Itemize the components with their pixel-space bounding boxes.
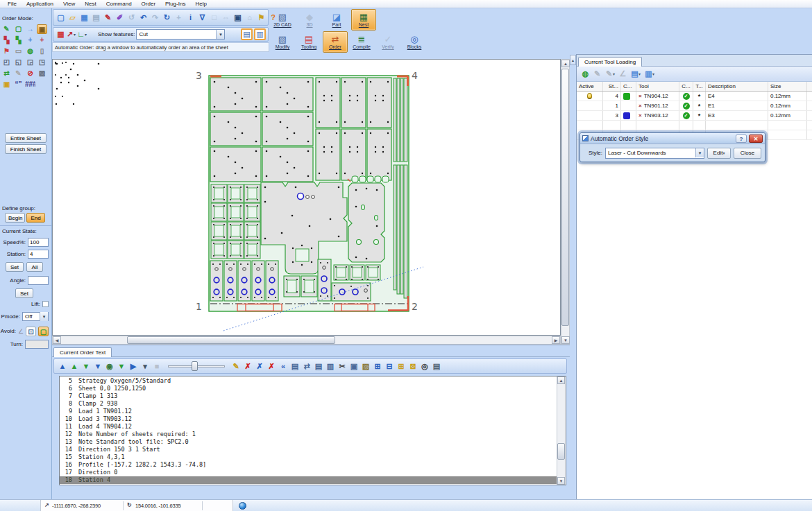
follow-icon[interactable]: ▼ — [117, 361, 126, 371]
info-icon[interactable]: i — [185, 12, 196, 23]
insert-after-icon[interactable]: ⊟ — [384, 361, 394, 371]
tool-row[interactable]: 1 ×TN901.12 ✓ * E1 0.12mm — [577, 101, 812, 111]
open-icon[interactable]: ▱ — [67, 12, 78, 23]
delete-block-icon[interactable]: ✗ — [267, 361, 276, 371]
order-line[interactable]: 5 Strategy Oxygen/5/Standard — [60, 377, 557, 385]
edit-style-button[interactable]: Edit▾ — [707, 148, 731, 159]
tab-current-order-text[interactable]: Current Order Text — [53, 347, 112, 357]
order-line[interactable]: 12 Note Number of sheets required: 1 — [60, 431, 557, 438]
canvas-hscrollbar[interactable]: ◀ ▶ — [52, 336, 561, 345]
chevron-down-icon[interactable]: ▾ — [652, 71, 654, 76]
speed-slider[interactable] — [168, 361, 225, 371]
menu-item[interactable]: Command — [101, 0, 137, 8]
scatter-parts2-icon[interactable]: ▚ — [13, 35, 24, 45]
order-line[interactable]: 8 Clamp 2 938 — [60, 400, 557, 408]
drawing-canvas[interactable]: 3 4 1 2 — [52, 59, 561, 336]
swap-icon[interactable]: ⇄ — [1, 69, 12, 78]
next-icon[interactable]: ▼ — [81, 361, 91, 371]
chevron-down-icon[interactable]: ▾ — [638, 71, 641, 76]
split-horizontal-button[interactable]: ▤ — [241, 28, 253, 40]
nav-button[interactable]: ▧Modify — [270, 31, 295, 53]
menu-item[interactable]: File — [3, 0, 22, 8]
order-line[interactable]: 16 Profile [-157.2 1282.2 1543.3 -74.8] — [60, 461, 557, 469]
nav-button[interactable]: ✓Verify — [375, 31, 400, 53]
delete-to-end-icon[interactable]: ✗ — [255, 361, 264, 371]
vscroll-thumb[interactable] — [561, 69, 569, 326]
col-size[interactable]: Size — [768, 82, 807, 91]
quotes-icon[interactable]: “” — [13, 80, 24, 89]
col-active[interactable]: Active — [577, 82, 603, 91]
pencil-gray-icon[interactable]: ✎ — [13, 69, 24, 78]
order-line[interactable]: 10 Load 3 TN903.12 — [60, 415, 557, 423]
station-set-button[interactable]: Set — [6, 262, 24, 272]
nav-button[interactable]: ◎Blocks — [402, 31, 427, 53]
order-sequence-icon[interactable]: → — [25, 24, 35, 34]
print-icon[interactable]: ▤ — [91, 12, 101, 23]
order-line[interactable]: 11 Load 4 TN904.12 — [60, 423, 557, 431]
print-icon[interactable]: ▤ — [432, 361, 441, 371]
split-vertical-button[interactable]: ▥ — [254, 28, 266, 40]
insert-end-icon[interactable]: ⊠ — [408, 361, 418, 371]
play-icon[interactable]: ▶ — [128, 361, 138, 371]
dialog-help-button[interactable]: ? — [736, 135, 747, 143]
scroll-down-icon[interactable]: ▼ — [561, 336, 570, 344]
rotate-icon[interactable]: ↻ — [162, 12, 172, 23]
order-line[interactable]: 14 Direction 150 3 1 Start — [60, 446, 557, 453]
angle-input[interactable] — [28, 276, 49, 285]
speed-input[interactable] — [28, 238, 49, 247]
order-text-box[interactable]: 5 Strategy Oxygen/5/Standard 6 Sheet 0,0… — [59, 376, 566, 485]
filter-icon[interactable]: ∇ — [197, 12, 208, 23]
col-tool[interactable]: Tool — [636, 82, 679, 91]
order-line[interactable]: 6 Sheet 0,0 1250,1250 — [60, 385, 557, 392]
text-scroll-thumb[interactable] — [557, 443, 565, 460]
lock-icon[interactable]: □ — [209, 12, 219, 23]
edit-tool-icon[interactable]: ✎ — [592, 69, 602, 79]
order-line[interactable]: 15 Station 4,3,1 — [60, 453, 557, 461]
order-line[interactable]: 7 Clamp 1 313 — [60, 392, 557, 400]
copy-icon[interactable]: ▣ — [349, 361, 359, 371]
order-line[interactable]: 13 Note Standard tool file: SPC2.0 — [60, 438, 557, 446]
order-style-select[interactable]: Laser - Cut Downwards▾ — [605, 148, 704, 159]
page-icon[interactable]: ▨ — [37, 69, 47, 78]
tab-current-tool-loading[interactable]: Current Tool Loading — [578, 57, 642, 67]
dialog-titlebar[interactable]: Automatic Order Style ? ✕ — [580, 133, 765, 144]
scroll-up-icon[interactable]: ▲ — [557, 376, 565, 384]
menu-item[interactable]: Order — [137, 0, 160, 8]
hscroll-thumb[interactable] — [127, 336, 335, 344]
slider-thumb[interactable] — [192, 361, 198, 371]
entire-sheet-button[interactable]: Entire Sheet — [5, 133, 46, 143]
undo-icon[interactable]: ↶ — [138, 12, 149, 23]
chevron-down-icon[interactable]: ▾ — [85, 32, 87, 37]
insert-before-icon[interactable]: ⊞ — [373, 361, 382, 371]
avoid-window-button[interactable]: ▢ — [38, 327, 49, 336]
show-current-icon[interactable]: ◉ — [105, 361, 115, 371]
paste-icon[interactable]: ▨ — [361, 361, 371, 371]
avoid-tooling-button[interactable]: ⊡ — [26, 327, 36, 336]
order-pencil-icon[interactable]: ✎ — [1, 24, 12, 34]
col-check[interactable]: C... — [679, 82, 693, 91]
close-dialog-button[interactable]: Close — [734, 148, 761, 159]
goto-bottom-icon[interactable]: ▼ — [93, 361, 103, 371]
find-icon[interactable]: ◎ — [420, 361, 430, 371]
save-icon[interactable]: ▦ — [79, 12, 90, 23]
move-parts2-icon[interactable]: + — [37, 35, 47, 45]
monitor1-icon[interactable]: ◰ — [1, 58, 12, 67]
station-all-button[interactable]: All — [26, 262, 43, 272]
flag-mode-icon[interactable]: ⚑ — [1, 46, 12, 56]
nav-button[interactable]: ◆3D — [297, 9, 322, 31]
chevron-down-icon[interactable]: ▾ — [613, 71, 615, 76]
tool-row[interactable]: 3 ×TN903.12 ✓ * E3 0.12mm — [577, 111, 812, 121]
panel-splitter[interactable]: ▲ — [570, 54, 576, 499]
window-send-icon[interactable]: ▤ — [314, 361, 323, 371]
delete-icon[interactable]: ✗ — [243, 361, 253, 371]
dialog-close-icon[interactable]: ✕ — [749, 135, 763, 143]
chevron-down-icon[interactable]: ▾ — [695, 148, 704, 157]
refresh-tools-icon[interactable]: ◍ — [580, 69, 591, 79]
chevron-down-icon[interactable]: ▾ — [216, 30, 224, 39]
editor-icon[interactable]: ▣ — [232, 12, 243, 23]
flag-icon[interactable]: ⚑ — [256, 12, 267, 23]
move-parts-icon[interactable]: + — [25, 35, 35, 45]
reorder-icon[interactable]: ⇄ — [302, 361, 312, 371]
pmode-select[interactable]: Off▾ — [22, 312, 49, 321]
menu-item[interactable]: Plug-Ins — [160, 0, 190, 8]
